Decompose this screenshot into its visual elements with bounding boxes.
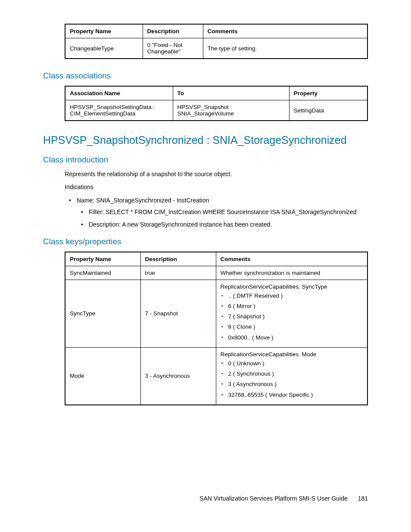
cell-property-name: SyncType <box>65 280 140 347</box>
heading-class-associations: Class associations <box>43 71 368 81</box>
list-item: Description: A new StorageSynchronized i… <box>81 220 368 229</box>
indications-list: Name: SNIA_StorageSynchronized - InstCre… <box>69 196 368 229</box>
cell-property: SettingData <box>289 100 367 121</box>
cell-comments: ReplicationServiceCapabilities. SyncType… <box>216 280 367 347</box>
cell-property-name: ChangeableType <box>65 38 143 59</box>
cell-association-name: HPSVSP_SnapshotSettingData : CIM_Element… <box>65 100 173 121</box>
cell-description: 7 - Snapshot <box>140 280 216 347</box>
cell-property-name: SyncMaintained <box>65 266 140 280</box>
cell-comments: ReplicationServiceCapabilities. Mode0 ( … <box>216 347 367 405</box>
heading-class-introduction: Class introduction <box>43 155 368 165</box>
comments-list: 0 ( Unknown )2 ( Synchronous )3 ( Asynch… <box>221 359 363 399</box>
list-item: 7 ( Snapshot ) <box>221 312 363 321</box>
col-header: Description <box>140 252 216 266</box>
comments-title: ReplicationServiceCapabilities. SyncType <box>221 283 363 290</box>
col-header: Description <box>143 24 203 38</box>
indication-name: Name: SNIA_StorageSynchronized - InstCre… <box>77 197 209 204</box>
list-item: 32768..65535 ( Vendor Specific ) <box>221 391 363 399</box>
list-item: 6 ( Mirror ) <box>221 302 363 311</box>
cell-comments: Whether synchronization is maintained <box>216 266 367 280</box>
list-item: Name: SNIA_StorageSynchronized - InstCre… <box>69 196 368 229</box>
col-header: Property Name <box>65 24 143 38</box>
table-row: SyncMaintainedtrueWhether synchronizatio… <box>65 266 367 280</box>
col-header: Comments <box>216 252 367 266</box>
comments-title: ReplicationServiceCapabilities. Mode <box>221 351 363 358</box>
list-item: 8 ( Clone ) <box>221 323 363 331</box>
col-header: Property Name <box>65 252 140 266</box>
table-row: HPSVSP_SnapshotSettingData : CIM_Element… <box>65 100 367 121</box>
page-footer: SAN Virtualization Services Platform SMI… <box>199 495 368 502</box>
table-row: Mode3 - AsynchronousReplicationServiceCa… <box>65 347 367 405</box>
cell-to: HPSVSP_Snapshot : SNIA_StorageVolume <box>173 100 289 121</box>
list-item: Filter: SELECT * FROM CIM_InstCreation W… <box>81 208 368 217</box>
cell-property-name: Mode <box>65 347 140 405</box>
list-item: 2 ( Synchronous ) <box>221 370 363 378</box>
col-header: Association Name <box>65 86 173 100</box>
col-header: Property <box>289 86 367 100</box>
heading-class-keys: Class keys/properties <box>43 237 368 246</box>
cell-comments: The type of setting. <box>203 38 367 59</box>
intro-paragraph: Represents the relationship of a snapsho… <box>65 170 368 178</box>
table-row: SyncType7 - SnapshotReplicationServiceCa… <box>65 280 367 347</box>
cell-description: true <box>140 266 216 280</box>
comments-list: .. ( DMTF Reserved )6 ( Mirror )7 ( Snap… <box>221 292 363 342</box>
footer-title: SAN Virtualization Services Platform SMI… <box>199 495 348 502</box>
list-item: 0x8000.. ( Move ) <box>221 333 363 342</box>
properties-table: Property Name Description Comments SyncM… <box>65 252 368 405</box>
list-item: 3 ( Asynchronous ) <box>221 380 363 389</box>
indications-label: Indications <box>65 183 368 191</box>
table-row: ChangeableType 0 "Fixed - Not Changeable… <box>65 38 367 59</box>
col-header: To <box>173 86 289 100</box>
associations-table: Association Name To Property HPSVSP_Snap… <box>65 86 368 121</box>
heading-main: HPSVSP_SnapshotSynchronized : SNIA_Stora… <box>43 134 368 146</box>
list-item: .. ( DMTF Reserved ) <box>221 292 363 300</box>
property-table-top: Property Name Description Comments Chang… <box>65 24 368 59</box>
col-header: Comments <box>203 24 367 38</box>
footer-page-number: 181 <box>358 495 368 502</box>
list-item: 0 ( Unknown ) <box>221 359 363 368</box>
cell-description: 3 - Asynchronous <box>140 347 216 405</box>
cell-description: 0 "Fixed - Not Changeable" <box>143 38 203 59</box>
